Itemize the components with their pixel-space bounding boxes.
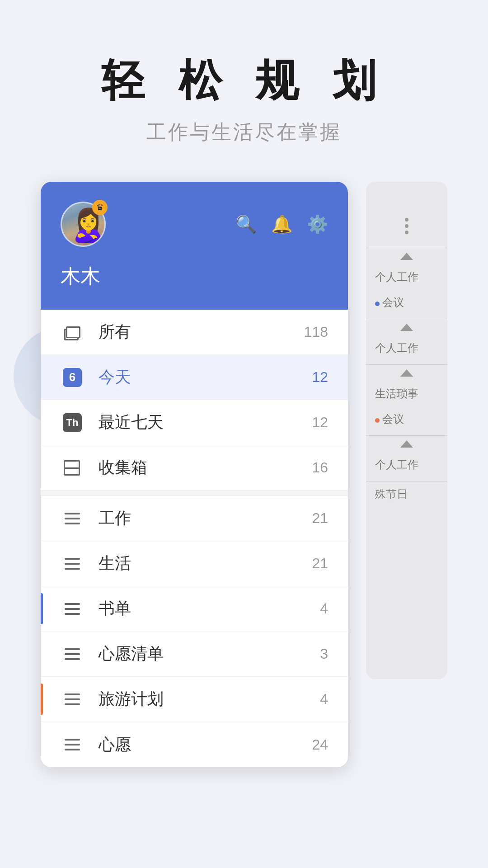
page-title: 轻 松 规 划 bbox=[18, 54, 470, 106]
menu-item-heart[interactable]: 心愿 24 bbox=[41, 722, 348, 767]
settings-icon[interactable]: ⚙️ bbox=[307, 214, 328, 234]
menu-count-today: 12 bbox=[312, 369, 328, 386]
menu-label-wishes: 心愿清单 bbox=[99, 643, 320, 665]
menu-count-travel: 4 bbox=[320, 691, 328, 708]
inbox-icon-wrap bbox=[61, 456, 84, 480]
calendar-th-icon: Th bbox=[63, 413, 82, 432]
collapse-btn-3[interactable] bbox=[366, 365, 447, 381]
menu-label-work: 工作 bbox=[99, 507, 312, 529]
calendar-today-icon: 6 bbox=[63, 368, 82, 387]
lines-icon-books bbox=[65, 603, 80, 615]
right-item-personal-work-2: 个人工作 bbox=[366, 335, 447, 361]
heart-icon bbox=[61, 733, 84, 756]
menu-item-books[interactable]: 书单 4 bbox=[41, 586, 348, 632]
menu-label-heart: 心愿 bbox=[99, 734, 312, 756]
collapse-btn-1[interactable] bbox=[366, 248, 447, 264]
menu-count-all: 118 bbox=[304, 324, 328, 340]
sidebar-header: ♛ 🔍 🔔 ⚙️ 木木 bbox=[41, 182, 348, 310]
right-panel: 个人工作 会议 个人工作 生活琐事 会议 bbox=[366, 182, 447, 679]
chevron-up-icon-2 bbox=[400, 324, 413, 331]
user-name: 木木 bbox=[61, 263, 328, 290]
menu-label-today: 今天 bbox=[99, 366, 312, 388]
search-icon[interactable]: 🔍 bbox=[235, 214, 257, 234]
travel-icon bbox=[61, 688, 84, 711]
page-header: 轻 松 规 划 工作与生活尽在掌握 bbox=[0, 0, 488, 182]
header-icons: 🔍 🔔 ⚙️ bbox=[235, 214, 328, 234]
collapse-btn-2[interactable] bbox=[366, 319, 447, 335]
bell-icon[interactable]: 🔔 bbox=[271, 214, 292, 234]
right-item-personal-work-3: 个人工作 bbox=[366, 452, 447, 477]
menu-separator-1 bbox=[41, 491, 348, 496]
menu-list: 所有 118 6 今天 12 Th 最近七天 12 bbox=[41, 310, 348, 767]
all-icon bbox=[61, 321, 84, 344]
crown-badge: ♛ bbox=[92, 200, 108, 215]
menu-item-work[interactable]: 工作 21 bbox=[41, 496, 348, 541]
menu-count-work: 21 bbox=[312, 510, 328, 527]
menu-item-week[interactable]: Th 最近七天 12 bbox=[41, 400, 348, 445]
menu-item-inbox[interactable]: 收集箱 16 bbox=[41, 445, 348, 491]
left-border-travel bbox=[41, 684, 43, 715]
menu-item-all[interactable]: 所有 118 bbox=[41, 310, 348, 355]
lines-icon-heart bbox=[65, 739, 80, 750]
menu-item-today[interactable]: 6 今天 12 bbox=[41, 355, 348, 400]
page-subtitle: 工作与生活尽在掌握 bbox=[18, 119, 470, 146]
menu-item-travel[interactable]: 旅游计划 4 bbox=[41, 677, 348, 722]
menu-count-wishes: 3 bbox=[320, 646, 328, 662]
lines-icon-wishes bbox=[65, 648, 80, 660]
chevron-up-icon bbox=[400, 253, 413, 260]
work-icon bbox=[61, 507, 84, 530]
lines-icon-life bbox=[65, 558, 80, 570]
avatar[interactable]: ♛ bbox=[61, 202, 106, 247]
menu-item-life[interactable]: 生活 21 bbox=[41, 541, 348, 586]
collapse-btn-4[interactable] bbox=[366, 436, 447, 452]
menu-label-week: 最近七天 bbox=[99, 411, 312, 434]
menu-label-travel: 旅游计划 bbox=[99, 688, 320, 710]
three-dots-icon bbox=[405, 218, 408, 234]
lines-icon-travel bbox=[65, 693, 80, 705]
app-container: 个人工作 会议 个人工作 生活琐事 会议 bbox=[41, 182, 447, 767]
week-icon: Th bbox=[61, 411, 84, 434]
chevron-up-icon-4 bbox=[400, 440, 413, 448]
menu-count-heart: 24 bbox=[312, 736, 328, 753]
right-item-holiday: 殊节日 bbox=[366, 481, 447, 507]
more-options[interactable] bbox=[366, 209, 447, 248]
today-icon: 6 bbox=[61, 366, 84, 389]
right-item-personal-work-1: 个人工作 bbox=[366, 264, 447, 290]
menu-item-wishes[interactable]: 心愿清单 3 bbox=[41, 632, 348, 677]
lines-icon-work bbox=[65, 513, 80, 524]
right-item-life: 生活琐事 bbox=[366, 381, 447, 406]
books-icon bbox=[61, 597, 84, 621]
chevron-up-icon-3 bbox=[400, 369, 413, 377]
menu-label-books: 书单 bbox=[99, 598, 320, 620]
menu-label-all: 所有 bbox=[99, 321, 304, 343]
wishes-icon bbox=[61, 642, 84, 666]
menu-label-life: 生活 bbox=[99, 552, 312, 575]
sidebar-card: ♛ 🔍 🔔 ⚙️ 木木 bbox=[41, 182, 348, 767]
life-icon bbox=[61, 552, 84, 576]
right-item-meeting-2: 会议 bbox=[366, 406, 447, 432]
right-item-meeting-1: 会议 bbox=[366, 290, 447, 315]
menu-label-inbox: 收集箱 bbox=[99, 457, 312, 479]
header-top-row: ♛ 🔍 🔔 ⚙️ bbox=[61, 202, 328, 247]
menu-count-week: 12 bbox=[312, 414, 328, 431]
menu-count-inbox: 16 bbox=[312, 459, 328, 476]
menu-count-books: 4 bbox=[320, 600, 328, 617]
menu-count-life: 21 bbox=[312, 555, 328, 572]
left-border-books bbox=[41, 593, 43, 624]
